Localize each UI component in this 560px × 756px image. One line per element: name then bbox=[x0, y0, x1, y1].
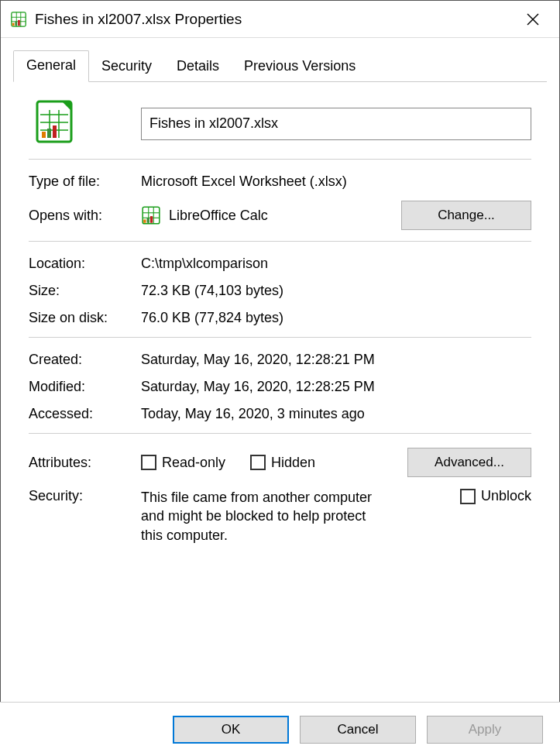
svg-rect-5 bbox=[12, 22, 15, 26]
hidden-checkbox[interactable]: Hidden bbox=[250, 455, 315, 471]
separator bbox=[29, 241, 531, 242]
close-icon bbox=[527, 13, 539, 26]
checkbox-icon bbox=[141, 455, 156, 470]
location-label: Location: bbox=[29, 256, 141, 272]
accessed-label: Accessed: bbox=[29, 406, 141, 422]
checkbox-icon bbox=[460, 489, 476, 504]
security-text: This file came from another computer and… bbox=[141, 488, 389, 545]
apply-button[interactable]: Apply bbox=[427, 716, 543, 744]
svg-rect-19 bbox=[53, 125, 57, 138]
close-button[interactable] bbox=[516, 2, 550, 36]
separator bbox=[29, 337, 531, 338]
hidden-label: Hidden bbox=[271, 455, 315, 471]
readonly-checkbox[interactable]: Read-only bbox=[141, 455, 225, 471]
readonly-label: Read-only bbox=[162, 455, 225, 471]
ok-button[interactable]: OK bbox=[173, 716, 289, 744]
location-value: C:\tmp\xlcomparison bbox=[141, 256, 531, 272]
change-button[interactable]: Change... bbox=[401, 201, 531, 230]
tab-security[interactable]: Security bbox=[89, 52, 164, 82]
type-value: Microsoft Excel Worksheet (.xlsx) bbox=[141, 174, 531, 190]
svg-rect-17 bbox=[42, 132, 46, 138]
tab-panel-general: Type of file: Microsoft Excel Worksheet … bbox=[13, 82, 547, 563]
libreoffice-calc-icon bbox=[141, 205, 161, 225]
filename-input[interactable] bbox=[141, 108, 531, 140]
svg-rect-25 bbox=[143, 219, 146, 222]
filename-row bbox=[29, 99, 531, 148]
tab-general[interactable]: General bbox=[13, 50, 89, 82]
created-value: Saturday, May 16, 2020, 12:28:21 PM bbox=[141, 352, 531, 368]
modified-label: Modified: bbox=[29, 379, 141, 395]
file-icon-cell bbox=[29, 99, 141, 148]
size-on-disk-label: Size on disk: bbox=[29, 310, 141, 326]
separator bbox=[29, 433, 531, 434]
size-on-disk-value: 76.0 KB (77,824 bytes) bbox=[141, 310, 531, 326]
window-title: Fishes in xl2007.xlsx Properties bbox=[35, 11, 516, 28]
tab-previous-versions[interactable]: Previous Versions bbox=[232, 52, 368, 82]
opens-with-value: LibreOffice Calc bbox=[169, 208, 268, 224]
separator bbox=[29, 159, 531, 160]
type-label: Type of file: bbox=[29, 174, 141, 190]
libreoffice-calc-document-icon bbox=[35, 132, 74, 147]
modified-value: Saturday, May 16, 2020, 12:28:25 PM bbox=[141, 379, 531, 395]
svg-rect-7 bbox=[18, 19, 20, 25]
unblock-label: Unblock bbox=[481, 488, 531, 504]
titlebar: Fishes in xl2007.xlsx Properties bbox=[1, 1, 559, 38]
tab-strip: General Security Details Previous Versio… bbox=[13, 50, 547, 82]
accessed-value: Today, May 16, 2020, 3 minutes ago bbox=[141, 406, 531, 422]
checkbox-icon bbox=[250, 455, 266, 470]
attributes-label: Attributes: bbox=[29, 455, 141, 471]
advanced-button[interactable]: Advanced... bbox=[407, 448, 531, 477]
opens-with-label: Opens with: bbox=[29, 208, 141, 224]
size-label: Size: bbox=[29, 283, 141, 299]
created-label: Created: bbox=[29, 352, 141, 368]
svg-rect-18 bbox=[47, 129, 51, 138]
svg-rect-6 bbox=[15, 21, 17, 26]
tab-details[interactable]: Details bbox=[164, 52, 232, 82]
cancel-button[interactable]: Cancel bbox=[300, 716, 416, 744]
svg-rect-26 bbox=[147, 218, 149, 223]
size-value: 72.3 KB (74,103 bytes) bbox=[141, 283, 531, 299]
libreoffice-calc-icon bbox=[10, 11, 27, 28]
dialog-footer: OK Cancel Apply bbox=[0, 702, 560, 756]
security-label: Security: bbox=[29, 488, 141, 504]
svg-rect-27 bbox=[150, 216, 153, 223]
unblock-checkbox[interactable]: Unblock bbox=[460, 488, 531, 504]
